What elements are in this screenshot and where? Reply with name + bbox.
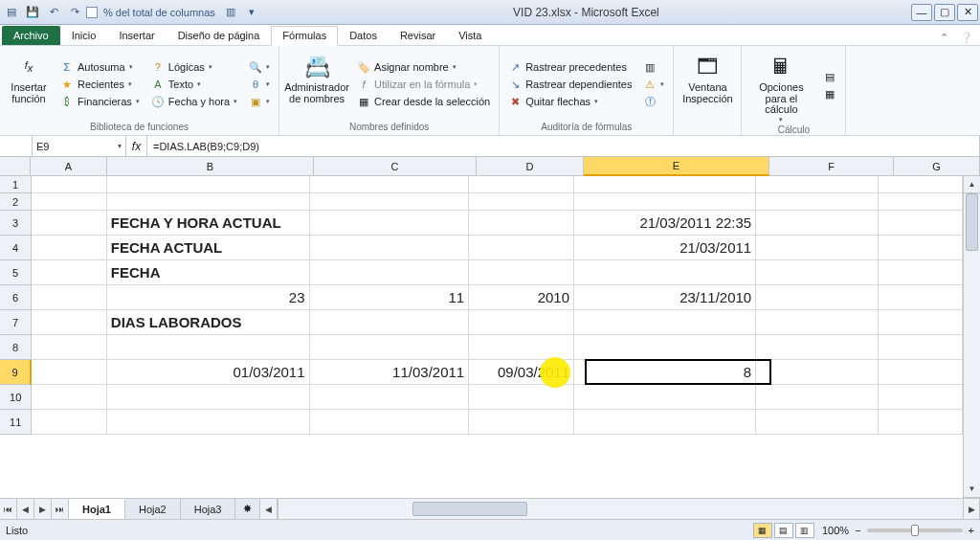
autosum-button[interactable]: ΣAutosuma▾ [57, 59, 143, 75]
cell-F3[interactable] [756, 211, 878, 236]
cell-A3[interactable] [32, 211, 107, 236]
cell-E4[interactable]: 21/03/2011 [574, 236, 756, 260]
cell-C3[interactable] [310, 211, 470, 236]
cell-B10[interactable] [107, 385, 310, 410]
maximize-button[interactable]: ▢ [934, 4, 955, 21]
redo-icon[interactable]: ↷ [65, 3, 84, 22]
zoom-slider[interactable] [867, 529, 963, 532]
cell-G7[interactable] [879, 310, 963, 335]
sheet-tab-2[interactable]: Hoja2 [125, 499, 181, 519]
watch-window-button[interactable]: 🗔 Ventana Inspección [679, 49, 735, 120]
col-header-E[interactable]: E [584, 157, 769, 176]
hscroll-left[interactable]: ◀ [260, 499, 278, 519]
calculation-options-button[interactable]: 🖩 Opciones para el cálculo▾ [747, 49, 814, 123]
cell-G10[interactable] [879, 385, 963, 410]
scroll-up-icon[interactable]: ▲ [964, 176, 980, 193]
cell-A9[interactable] [32, 360, 107, 385]
evaluate-formula-button[interactable]: ⓕ [640, 94, 667, 109]
cell-D7[interactable] [469, 310, 574, 335]
chevron-down-icon[interactable]: ▾ [118, 142, 122, 150]
cell-D5[interactable] [469, 260, 574, 285]
cell-D6[interactable]: 2010 [469, 285, 574, 310]
hscroll-right[interactable]: ▶ [963, 499, 980, 519]
zoom-out-button[interactable]: − [855, 525, 860, 536]
view-pagebreak-button[interactable]: ▥ [795, 523, 814, 538]
cell-C7[interactable] [310, 310, 470, 335]
logical-button[interactable]: ?Lógicas▾ [148, 59, 240, 75]
cell-D3[interactable] [469, 211, 574, 236]
qat-customize-icon[interactable]: ▾ [242, 3, 261, 22]
cell-G9[interactable] [879, 360, 963, 385]
cell-A2[interactable] [32, 193, 107, 211]
cell-D4[interactable] [469, 236, 574, 260]
tab-review[interactable]: Revisar [389, 26, 447, 45]
cell-C2[interactable] [310, 193, 470, 211]
minimize-button[interactable]: — [911, 4, 932, 21]
lookup-button[interactable]: 🔍▾ [246, 59, 273, 75]
cell-F2[interactable] [756, 193, 878, 211]
sheet-nav-first[interactable]: ⏮ [0, 499, 17, 519]
row-header-6[interactable]: 6 [0, 285, 32, 310]
scroll-down-icon[interactable]: ▼ [964, 481, 980, 498]
cell-B4[interactable]: FECHA ACTUAL [107, 236, 310, 260]
cell-F11[interactable] [756, 410, 878, 435]
financial-button[interactable]: ₿Financieras▾ [57, 94, 143, 109]
calc-now-button[interactable]: ▤ [820, 69, 839, 84]
cell-G5[interactable] [879, 260, 963, 285]
more-fn-button[interactable]: ▣▾ [246, 94, 273, 109]
cell-E3[interactable]: 21/03/2011 22:35 [574, 211, 756, 236]
row-header-11[interactable]: 11 [0, 410, 32, 435]
cell-G1[interactable] [879, 176, 963, 193]
cell-D2[interactable] [469, 193, 574, 211]
tab-view[interactable]: Vista [447, 26, 493, 45]
sheet-nav-prev[interactable]: ◀ [17, 499, 34, 519]
new-sheet-button[interactable]: ✸ [235, 499, 260, 519]
qat-checkbox[interactable] [86, 7, 98, 18]
undo-icon[interactable]: ↶ [44, 3, 63, 22]
cell-B6[interactable]: 23 [107, 285, 310, 310]
cell-B2[interactable] [107, 193, 310, 211]
row-header-9[interactable]: 9 [0, 360, 32, 385]
cell-B11[interactable] [107, 410, 310, 435]
col-header-G[interactable]: G [894, 157, 980, 176]
datetime-button[interactable]: 🕓Fecha y hora▾ [148, 94, 240, 109]
cell-A10[interactable] [32, 385, 107, 410]
cell-F4[interactable] [756, 236, 878, 260]
cell-C9[interactable]: 11/03/2011 [310, 360, 470, 385]
view-normal-button[interactable]: ▦ [753, 523, 772, 538]
tab-home[interactable]: Inicio [60, 26, 108, 45]
cell-A4[interactable] [32, 236, 107, 260]
sheet-tab-1[interactable]: Hoja1 [69, 499, 125, 519]
cell-G4[interactable] [879, 236, 963, 260]
cell-C11[interactable] [310, 410, 470, 435]
cell-G3[interactable] [879, 211, 963, 236]
cell-F8[interactable] [756, 335, 878, 360]
show-formulas-button[interactable]: ▥ [640, 59, 667, 75]
hscroll-thumb[interactable] [412, 502, 527, 516]
name-box[interactable]: E9▾ [33, 136, 126, 156]
cell-D1[interactable] [469, 176, 574, 193]
cell-F9[interactable] [756, 360, 878, 385]
trace-dependents-button[interactable]: ↘Rastrear dependientes [505, 77, 635, 92]
cell-B1[interactable] [107, 176, 310, 193]
text-button[interactable]: ATexto▾ [148, 77, 240, 92]
row-header-3[interactable]: 3 [0, 211, 32, 236]
cell-A1[interactable] [32, 176, 107, 193]
scroll-track[interactable] [964, 193, 980, 481]
zoom-in-button[interactable]: + [969, 525, 974, 536]
cell-F5[interactable] [756, 260, 878, 285]
col-header-A[interactable]: A [31, 157, 107, 176]
cell-A8[interactable] [32, 335, 107, 360]
cell-F6[interactable] [756, 285, 878, 310]
cell-G2[interactable] [879, 193, 963, 211]
row-header-2[interactable]: 2 [0, 193, 32, 211]
cell-B9[interactable]: 01/03/2011 [107, 360, 310, 385]
cell-E10[interactable] [574, 385, 756, 410]
sheet-nav-last[interactable]: ⏭ [52, 499, 69, 519]
row-header-5[interactable]: 5 [0, 260, 32, 285]
help-icon[interactable]: ❔ [959, 30, 974, 45]
cell-E5[interactable] [574, 260, 756, 285]
col-header-B[interactable]: B [107, 157, 314, 176]
cell-F7[interactable] [756, 310, 878, 335]
cell-E8[interactable] [574, 335, 756, 360]
